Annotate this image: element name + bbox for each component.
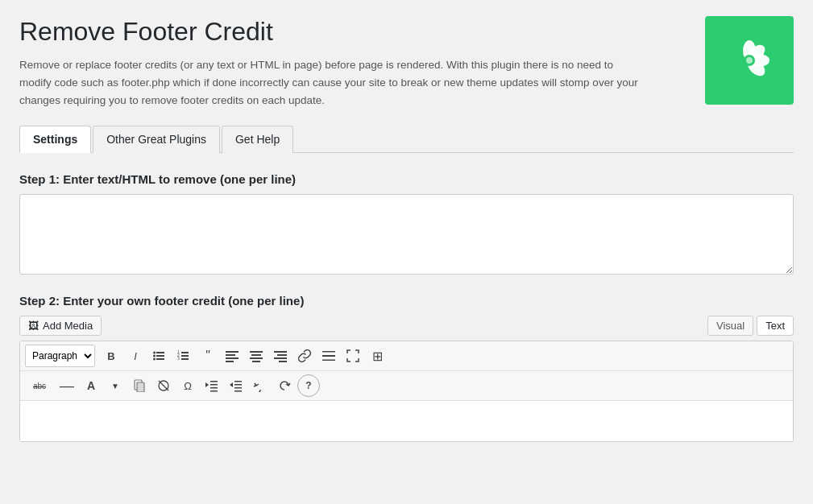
kitchen-sink-button[interactable]: ⊞ bbox=[366, 345, 388, 367]
plugin-icon bbox=[705, 16, 794, 105]
tab-other-plugins[interactable]: Other Great Plugins bbox=[93, 126, 220, 153]
header-area: Remove Footer Credit Remove or replace f… bbox=[19, 16, 794, 109]
editor-toolbar-row2: abc — A ▼ Ω bbox=[20, 371, 793, 401]
svg-rect-30 bbox=[322, 355, 335, 357]
paste-word-button[interactable] bbox=[128, 374, 151, 397]
svg-rect-45 bbox=[234, 390, 242, 392]
editor-toolbar-row1: Paragraph B I 123 " bbox=[20, 341, 793, 371]
svg-rect-27 bbox=[277, 354, 287, 356]
svg-rect-32 bbox=[322, 360, 335, 361]
color-arrow[interactable]: ▼ bbox=[104, 374, 127, 397]
svg-rect-31 bbox=[322, 351, 335, 353]
svg-rect-8 bbox=[156, 358, 164, 360]
page-title: Remove Footer Credit bbox=[19, 16, 689, 47]
step1-textarea[interactable] bbox=[19, 194, 794, 275]
svg-point-11 bbox=[153, 358, 156, 361]
svg-rect-39 bbox=[210, 387, 218, 389]
svg-rect-13 bbox=[181, 355, 189, 357]
svg-rect-22 bbox=[250, 351, 263, 353]
ordered-list-button[interactable]: 123 bbox=[172, 345, 195, 367]
redo-button[interactable] bbox=[273, 374, 296, 397]
flower-icon bbox=[725, 36, 774, 85]
tabs-bar: Settings Other Great Plugins Get Help bbox=[19, 125, 794, 153]
header-text: Remove Footer Credit Remove or replace f… bbox=[19, 16, 705, 109]
svg-rect-40 bbox=[210, 390, 218, 392]
svg-marker-46 bbox=[230, 382, 233, 387]
horizontal-rule-button[interactable] bbox=[317, 345, 340, 367]
text-tab[interactable]: Text bbox=[757, 316, 794, 336]
svg-rect-29 bbox=[279, 361, 287, 362]
svg-marker-41 bbox=[205, 382, 209, 387]
editor-content-area[interactable] bbox=[20, 401, 793, 441]
paragraph-select[interactable]: Paragraph bbox=[25, 345, 95, 367]
add-media-button[interactable]: 🖼 Add Media bbox=[19, 316, 102, 336]
add-media-row: 🖼 Add Media Visual Text bbox=[19, 316, 794, 336]
step2-label: Step 2: Enter your own footer credit (on… bbox=[19, 294, 794, 308]
svg-rect-20 bbox=[226, 357, 239, 359]
svg-point-5 bbox=[746, 57, 753, 64]
svg-rect-26 bbox=[274, 351, 287, 353]
align-right-button[interactable] bbox=[269, 345, 292, 367]
fullscreen-button[interactable] bbox=[342, 345, 364, 367]
text-color-button[interactable]: A bbox=[80, 374, 102, 397]
svg-point-9 bbox=[153, 352, 156, 354]
editor-container: Paragraph B I 123 " bbox=[19, 341, 794, 442]
page-description: Remove or replace footer credits (or any… bbox=[19, 56, 648, 109]
svg-rect-24 bbox=[250, 357, 263, 359]
hr-button[interactable]: — bbox=[56, 374, 78, 397]
strikethrough-button[interactable]: abc bbox=[25, 374, 54, 397]
svg-rect-21 bbox=[226, 361, 234, 362]
svg-text:3: 3 bbox=[177, 356, 180, 361]
svg-rect-7 bbox=[156, 355, 164, 357]
outdent-button[interactable] bbox=[225, 374, 247, 397]
svg-rect-37 bbox=[210, 381, 218, 382]
unordered-list-button[interactable] bbox=[148, 345, 171, 367]
svg-rect-6 bbox=[156, 352, 164, 353]
svg-rect-43 bbox=[234, 384, 242, 386]
svg-rect-25 bbox=[252, 361, 260, 362]
svg-rect-23 bbox=[251, 354, 261, 356]
undo-button[interactable] bbox=[249, 374, 272, 397]
special-char-button[interactable]: Ω bbox=[176, 374, 199, 397]
svg-rect-28 bbox=[274, 357, 287, 359]
add-media-label: Add Media bbox=[43, 320, 93, 332]
svg-rect-44 bbox=[234, 387, 242, 389]
svg-rect-18 bbox=[226, 351, 239, 353]
tab-settings[interactable]: Settings bbox=[19, 126, 91, 153]
clear-format-button[interactable] bbox=[152, 374, 175, 397]
media-icon: 🖼 bbox=[28, 320, 39, 332]
tab-get-help[interactable]: Get Help bbox=[222, 126, 293, 153]
align-center-button[interactable] bbox=[245, 345, 268, 367]
svg-point-10 bbox=[153, 355, 156, 357]
step2-section: Step 2: Enter your own footer credit (on… bbox=[19, 294, 794, 442]
content-area: Step 1: Enter text/HTML to remove (one p… bbox=[19, 172, 794, 442]
indent-button[interactable] bbox=[201, 374, 223, 397]
align-left-button[interactable] bbox=[221, 345, 243, 367]
step1-label: Step 1: Enter text/HTML to remove (one p… bbox=[19, 172, 794, 186]
svg-rect-14 bbox=[181, 358, 189, 360]
svg-rect-19 bbox=[226, 354, 235, 356]
blockquote-button[interactable]: " bbox=[197, 345, 219, 367]
svg-rect-34 bbox=[137, 382, 144, 392]
link-button[interactable] bbox=[293, 345, 316, 367]
svg-rect-42 bbox=[234, 381, 242, 382]
bold-button[interactable]: B bbox=[100, 345, 122, 367]
italic-button[interactable]: I bbox=[124, 345, 147, 367]
svg-rect-38 bbox=[210, 384, 218, 386]
help-button[interactable]: ? bbox=[297, 374, 320, 397]
svg-rect-12 bbox=[181, 352, 189, 353]
visual-tab[interactable]: Visual bbox=[707, 316, 753, 336]
visual-text-tabs: Visual Text bbox=[707, 316, 794, 336]
page-wrapper: Remove Footer Credit Remove or replace f… bbox=[0, 0, 813, 458]
